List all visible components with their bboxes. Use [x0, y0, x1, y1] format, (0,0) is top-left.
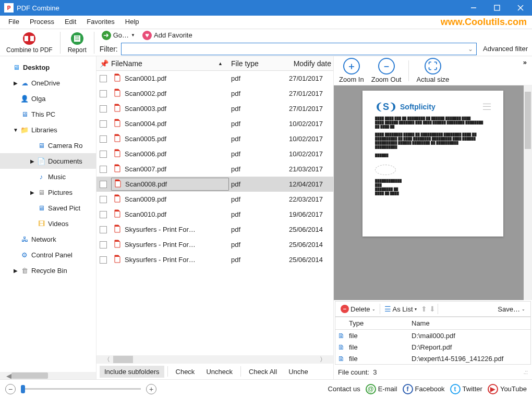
zoom-slider-out[interactable]: − — [5, 384, 16, 394]
tree-item[interactable]: 🖥Camera Ro — [0, 138, 96, 153]
file-row[interactable]: Scan0007.pdfpdf21/03/2017 — [96, 161, 333, 177]
youtube-link[interactable]: ▶YouTube — [488, 384, 527, 394]
uncheck-button[interactable]: Uncheck — [201, 366, 237, 378]
report-button[interactable]: Report — [66, 30, 89, 55]
zoom-slider-in[interactable]: + — [146, 384, 156, 394]
checkbox[interactable] — [100, 181, 107, 188]
tree-hscroll[interactable]: ◀ — [0, 372, 96, 379]
tree-item[interactable]: ⚙Control Panel — [0, 247, 96, 263]
chevron-down-icon[interactable]: ⌄ — [468, 45, 473, 53]
minimize-button[interactable] — [462, 0, 485, 16]
queue-col-type[interactable]: Type — [347, 319, 409, 327]
zoom-track[interactable] — [21, 388, 141, 390]
pin-icon[interactable]: 📌 — [100, 59, 109, 68]
queue-col-name[interactable]: Name — [409, 319, 530, 327]
advanced-filter-link[interactable]: Advanced filter — [480, 45, 528, 53]
checkbox[interactable] — [100, 75, 107, 82]
tree-item[interactable]: 🖧Network — [0, 231, 96, 247]
checkbox[interactable] — [100, 105, 107, 113]
delete-button[interactable]: − Delete ⌄ — [338, 304, 378, 314]
file-hscroll[interactable]: 〈〉 — [96, 355, 333, 364]
checkbox[interactable] — [100, 151, 107, 158]
close-button[interactable] — [509, 0, 532, 16]
menu-process[interactable]: Process — [25, 16, 59, 29]
queue-row[interactable]: 🗎fileD:\expert\14-5196_141226.pdf — [335, 353, 530, 364]
tree-item[interactable]: 👤Olga — [0, 91, 96, 106]
expand-icon[interactable]: ▶ — [29, 190, 35, 195]
checkbox[interactable] — [100, 211, 107, 218]
scrollbar-thumb[interactable] — [11, 372, 48, 379]
col-modifydate[interactable]: Modify date — [273, 59, 333, 68]
save-button[interactable]: Save… ⌄ — [495, 305, 527, 314]
menu-help[interactable]: Help — [120, 16, 144, 29]
tree-item[interactable]: ▶📄Documents — [0, 153, 96, 169]
twitter-link[interactable]: tTwitter — [450, 384, 482, 394]
menu-favorites[interactable]: Favorites — [81, 16, 119, 29]
file-row[interactable]: Scan0001.pdfpdf27/01/2017 — [96, 71, 333, 86]
file-row[interactable]: Scan0006.pdfpdf10/02/2017 — [96, 146, 333, 161]
tree-item[interactable]: ♪Music — [0, 169, 96, 184]
checkbox[interactable] — [100, 226, 107, 233]
add-favorite-button[interactable]: ♥ Add Favorite — [140, 30, 195, 41]
move-down-button[interactable]: ⬇ — [429, 305, 436, 313]
filter-input[interactable] — [122, 45, 468, 53]
checkbox[interactable] — [100, 120, 107, 128]
tree-item[interactable]: ▶🗑Recycle Bin — [0, 263, 96, 278]
checkbox[interactable] — [100, 256, 107, 264]
uncheck-all-button[interactable]: Unche — [284, 366, 313, 378]
go-button[interactable]: ➜ Go… ▼ — [100, 30, 137, 41]
checkbox[interactable] — [100, 196, 107, 203]
tree-item[interactable]: ▼📁Libraries — [0, 122, 96, 138]
menu-edit[interactable]: Edit — [59, 16, 81, 29]
queue-row[interactable]: 🗎fileD:\Report.pdf — [335, 341, 530, 353]
checkbox[interactable] — [100, 166, 107, 173]
pdf-preview[interactable]: ❨S❩ Softplicity ━━━━━━━━━━━━━━━ ████ ███… — [334, 85, 532, 300]
col-filename[interactable]: FileName▲ — [109, 59, 229, 68]
tree-item[interactable]: 🖥Saved Pict — [0, 200, 96, 216]
scrollbar-thumb[interactable] — [113, 356, 133, 363]
check-button[interactable]: Check — [171, 366, 200, 378]
tree-item[interactable]: ▶☁OneDrive — [0, 75, 96, 91]
overflow-button[interactable]: » — [523, 58, 527, 66]
queue-row[interactable]: 🗎fileD:\mail000.pdf — [335, 330, 530, 341]
file-row[interactable]: Scan0009.pdfpdf22/03/2017 — [96, 192, 333, 207]
file-row[interactable]: Scan0010.pdfpdf19/06/2017 — [96, 207, 333, 222]
scrollbar-thumb[interactable] — [525, 92, 531, 149]
expand-icon[interactable]: ▶ — [29, 158, 35, 164]
facebook-link[interactable]: fFacebook — [403, 384, 445, 394]
tree-item[interactable]: ▶🖥Pictures — [0, 184, 96, 200]
filter-input-wrap[interactable]: ⌄ — [121, 43, 477, 55]
tree-item[interactable]: 🖥This PC — [0, 106, 96, 122]
as-list-button[interactable]: ☰ As List▾ — [382, 304, 419, 314]
move-up-button[interactable]: ⬆ — [421, 305, 427, 313]
file-row[interactable]: Skysurfers - Print For…pdf25/06/2014 — [96, 222, 333, 237]
checkbox[interactable] — [100, 90, 107, 97]
expand-icon[interactable]: ▶ — [13, 268, 19, 273]
col-filetype[interactable]: File type — [229, 59, 273, 68]
expand-icon[interactable]: ▼ — [13, 127, 19, 133]
file-row[interactable]: Scan0005.pdfpdf10/02/2017 — [96, 131, 333, 146]
zoom-thumb[interactable] — [21, 385, 25, 393]
email-link[interactable]: @E-mail — [366, 384, 397, 394]
checkbox[interactable] — [100, 241, 107, 248]
tree-item[interactable]: 🖥Desktop — [0, 59, 96, 75]
checkbox[interactable] — [100, 135, 107, 143]
combine-button[interactable]: → Combine to PDF — [4, 30, 55, 55]
tree-item[interactable]: 🎞Videos — [0, 216, 96, 231]
file-row[interactable]: Scan0008.pdfpdf12/04/2017 — [96, 177, 333, 192]
zoom-out-button[interactable]: － Zoom Out — [371, 58, 402, 83]
file-row[interactable]: Scan0004.pdfpdf10/02/2017 — [96, 116, 333, 131]
file-row[interactable]: Skysurfers - Print For…pdf25/06/2014 — [96, 252, 333, 267]
actual-size-button[interactable]: ⛶ Actual size — [416, 58, 449, 83]
file-row[interactable]: Scan0002.pdfpdf27/01/2017 — [96, 86, 333, 101]
file-row[interactable]: Scan0003.pdfpdf27/01/2017 — [96, 101, 333, 116]
check-all-button[interactable]: Check All — [244, 366, 282, 378]
file-row[interactable]: Skysurfers - Print For…pdf25/06/2014 — [96, 237, 333, 252]
resize-grip[interactable]: .:: — [524, 369, 528, 375]
menu-file[interactable]: File — [3, 16, 25, 29]
zoom-in-button[interactable]: ＋ Zoom In — [339, 58, 364, 83]
brand-url[interactable]: www.Coolutils.com — [441, 17, 527, 28]
include-subfolders-button[interactable]: Include subfolders — [100, 366, 164, 378]
expand-icon[interactable]: ▶ — [13, 80, 19, 86]
maximize-button[interactable] — [485, 0, 509, 16]
